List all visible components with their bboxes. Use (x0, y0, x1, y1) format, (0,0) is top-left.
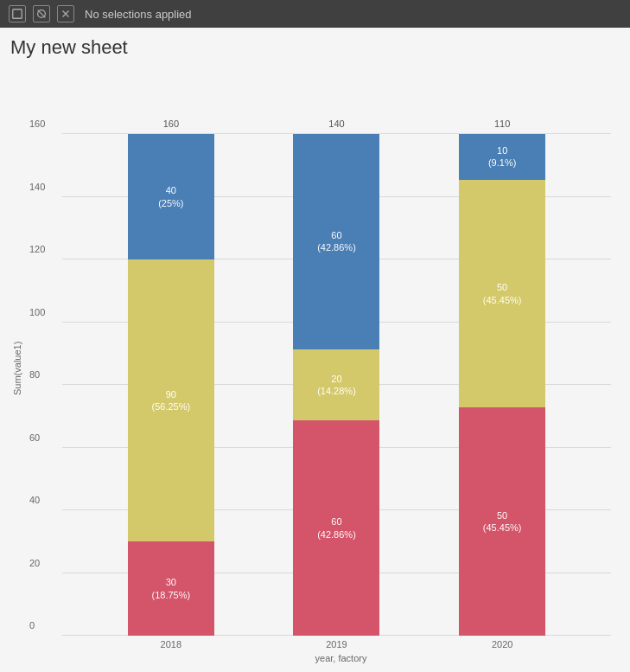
bar-segment: 50(45.45%) (459, 180, 545, 408)
x-tick-label: 2020 (492, 639, 512, 650)
bar-stack: 14060(42.86%)20(14.28%)60(42.86%) (293, 134, 379, 636)
x-tick-label: 2018 (161, 639, 181, 650)
y-axis-label: Sum(value1) (10, 73, 28, 663)
bar-segment-label: 10(9.1%) (488, 144, 516, 170)
bar-segment: 60(42.86%) (293, 420, 379, 636)
bar-segment-label: 30(18.75%) (152, 576, 191, 601)
bar-stack: 11050(45.45%)50(45.45%)10(9.1%) (459, 134, 545, 636)
no-selections-label: No selections applied (85, 8, 192, 21)
y-tick-label: 60 (29, 432, 40, 443)
bar-group: 11050(45.45%)50(45.45%)10(9.1%) (459, 134, 545, 636)
x-tick-label: 2019 (326, 639, 347, 650)
rect-select-icon[interactable] (33, 5, 50, 22)
bar-segment-label: 60(42.86%) (317, 515, 356, 541)
bar-segment: 50(45.45%) (459, 407, 545, 636)
lasso-select-icon[interactable] (9, 5, 26, 22)
bar-segment-label: 50(45.45%) (483, 281, 522, 306)
y-tick-label: 20 (29, 558, 40, 568)
bar-segment: 30(18.75%) (128, 541, 214, 636)
y-tick-label: 160 (29, 118, 45, 129)
bar-segment: 20(14.28%) (293, 349, 379, 421)
bar-segment-label: 60(42.86%) (317, 229, 356, 254)
x-axis-labels: 201820192020 (62, 639, 611, 650)
x-axis-title: year, factory (62, 653, 620, 663)
bar-segment: 90(56.25%) (128, 259, 214, 541)
bar-segment-label: 20(14.28%) (317, 373, 356, 398)
bar-segment: 60(42.86%) (293, 134, 379, 349)
bar-segment: 10(9.1%) (459, 134, 545, 180)
y-tick-label: 40 (29, 495, 40, 505)
bar-segment-label: 50(45.45%) (483, 509, 522, 534)
bar-total-label: 110 (494, 118, 510, 129)
bar-stack: 16030(18.75%)90(56.25%)40(25%) (128, 134, 214, 636)
y-tick-label: 120 (29, 244, 45, 254)
bar-group: 16030(18.75%)90(56.25%)40(25%) (128, 134, 214, 636)
bar-segment-label: 90(56.25%) (152, 388, 191, 413)
grid-and-bars: 02040608010012014016016030(18.75%)90(56.… (62, 73, 611, 636)
bar-total-label: 160 (163, 118, 179, 129)
top-bar: No selections applied (0, 0, 630, 28)
y-tick-label: 100 (29, 307, 45, 317)
chart-area: Sum(value1) 02040608010012014016016030(1… (10, 73, 620, 663)
bar-group: 14060(42.86%)20(14.28%)60(42.86%) (293, 134, 379, 636)
svg-rect-0 (13, 10, 22, 19)
y-tick-label: 0 (29, 620, 35, 630)
y-tick-label: 140 (29, 182, 45, 192)
bar-total-label: 140 (328, 118, 344, 129)
chart-inner: 02040608010012014016016030(18.75%)90(56.… (28, 73, 620, 663)
bar-segment-label: 40(25%) (158, 184, 183, 209)
clear-select-icon[interactable] (57, 5, 74, 22)
y-tick-label: 80 (29, 369, 40, 380)
chart-wrapper: Sum(value1) 02040608010012014016016030(1… (10, 64, 620, 663)
bar-segment: 40(25%) (128, 134, 214, 259)
bars-container: 16030(18.75%)90(56.25%)40(25%)14060(42.8… (62, 73, 611, 636)
sheet-container: My new sheet Sum(value1) 020406080100120… (0, 28, 630, 672)
sheet-title: My new sheet (10, 36, 620, 59)
